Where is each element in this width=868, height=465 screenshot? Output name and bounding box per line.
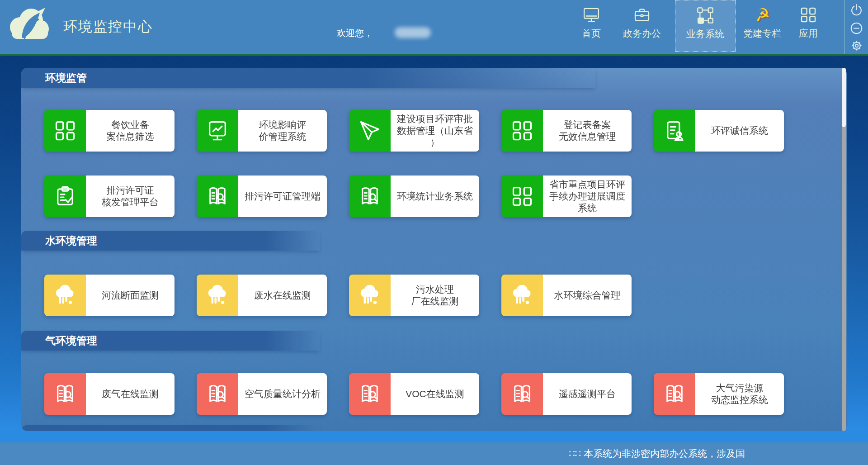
paper-plane-icon [349, 110, 391, 152]
marquee-notice: ∷∷ 本系统为非涉密内部办公系统，涉及国 [569, 442, 745, 465]
tile-label: 环境影响评 价管理系统 [238, 110, 327, 152]
app-tile[interactable]: 污水处理 厂在线监测 [349, 275, 479, 316]
window-controls [844, 0, 868, 54]
app-tile[interactable]: 遥感遥测平台 [501, 373, 632, 415]
app-tile[interactable]: 建设项目环评审批 数据管理（山东省 ） [349, 110, 479, 152]
nav-label: 首页 [582, 27, 601, 40]
app-tile[interactable]: 水环境综合管理 [501, 275, 632, 316]
book-search-icon [197, 176, 238, 217]
app-grid-icon [799, 6, 817, 24]
power-icon[interactable] [849, 3, 864, 18]
water-emission-icon [44, 275, 86, 316]
tile-label: 排污许可证管理端 [238, 176, 327, 217]
header-bar: 环境监控中心 欢迎您， 首页 政务办公 业务系统 ☭ 党建专栏 应用 [0, 0, 868, 56]
app-tile[interactable]: 河流断面监测 [44, 275, 175, 316]
tile-label: 省市重点项目环评 手续办理进展调度 系统 [543, 176, 632, 217]
nav-label: 政务办公 [623, 27, 661, 40]
water-emission-icon [349, 275, 391, 316]
party-emblem-icon: ☭ [753, 5, 771, 25]
briefcase-icon [633, 6, 651, 24]
nav-item-apps[interactable]: 应用 [789, 0, 827, 52]
section-band-air: 气环境管理 [21, 331, 320, 351]
nav-label: 党建专栏 [743, 27, 781, 40]
book-search-icon [197, 373, 238, 415]
nav-item-business-systems[interactable]: 业务系统 [675, 0, 736, 52]
vertical-scrollbar[interactable] [842, 68, 846, 431]
app-tile[interactable]: 废气在线监测 [44, 373, 175, 415]
content-panel: 环境监管 餐饮业备 案信息筛选 环境影响评 价管理系统 建设项目环评审批 数据管… [21, 68, 847, 431]
nav-item-gov-office[interactable]: 政务办公 [615, 0, 669, 52]
section-title: 环境监管 [45, 68, 595, 88]
water-emission-icon [197, 275, 238, 316]
tile-label: 河流断面监测 [86, 275, 175, 316]
grid-icon [501, 176, 543, 217]
chart-board-icon [197, 110, 238, 152]
book-search-icon [654, 373, 695, 415]
app-tile[interactable]: 环境统计业务系统 [349, 176, 479, 217]
section-band-water: 水环境管理 [21, 231, 320, 251]
blurred-username [395, 27, 431, 38]
section-title: 气环境管理 [45, 331, 320, 351]
tile-label: 登记表备案 无效信息管理 [543, 110, 632, 152]
app-tile[interactable]: 登记表备案 无效信息管理 [501, 110, 632, 152]
app-tile[interactable]: 省市重点项目环评 手续办理进展调度 系统 [501, 176, 632, 217]
tile-label: 污水处理 厂在线监测 [391, 275, 479, 316]
grid-icon [501, 110, 543, 152]
app-logo-cloud-leaf-icon [6, 5, 50, 41]
app-tile[interactable]: 大气污染源 动态监控系统 [654, 373, 784, 415]
nav-item-home[interactable]: 首页 [569, 0, 614, 52]
page-title: 环境监控中心 [63, 17, 153, 36]
app-tile[interactable]: VOC在线监测 [349, 373, 479, 415]
book-search-icon [349, 373, 391, 415]
app-tile[interactable]: 排污许可证 核发管理平台 [44, 176, 175, 217]
nav-label: 业务系统 [686, 28, 724, 40]
app-tile[interactable]: 环境影响评 价管理系统 [197, 110, 327, 152]
section-band-env-supervision: 环境监管 [21, 68, 595, 88]
water-emission-icon [501, 275, 543, 316]
tile-label: 空气质量统计分析 [238, 373, 327, 415]
section-title: 水环境管理 [45, 231, 320, 251]
app-tile[interactable]: 空气质量统计分析 [197, 373, 327, 415]
app-tile[interactable]: 废水在线监测 [197, 275, 327, 316]
clipboard-check-icon [44, 176, 86, 217]
tile-label: 大气污染源 动态监控系统 [695, 373, 784, 415]
tile-label: 废水在线监测 [238, 275, 327, 316]
tile-label: 建设项目环评审批 数据管理（山东省 ） [391, 110, 479, 152]
doc-person-icon [654, 110, 695, 152]
tile-label: 水环境综合管理 [543, 275, 632, 316]
scrollbar-thumb[interactable] [842, 68, 846, 127]
tile-label: 环境统计业务系统 [391, 176, 479, 217]
welcome-label: 欢迎您， [337, 27, 373, 39]
section-band-partial [21, 425, 320, 431]
nav-item-party-building[interactable]: ☭ 党建专栏 [737, 0, 788, 52]
nav-label: 应用 [799, 27, 818, 40]
grid-icon [44, 110, 86, 152]
tile-label: 环评诚信系统 [695, 110, 784, 152]
tile-label: 废气在线监测 [86, 373, 175, 415]
app-tile[interactable]: 排污许可证管理端 [197, 176, 327, 217]
status-bar: ∷∷ 本系统为非涉密内部办公系统，涉及国 [0, 442, 868, 465]
monitor-icon [582, 6, 600, 24]
book-search-icon [501, 373, 543, 415]
nodes-icon [696, 6, 714, 24]
tile-label: 遥感遥测平台 [543, 373, 632, 415]
tile-label: 排污许可证 核发管理平台 [86, 176, 175, 217]
app-tile[interactable]: 餐饮业备 案信息筛选 [44, 110, 175, 152]
tile-label: 餐饮业备 案信息筛选 [86, 110, 175, 152]
minimize-icon[interactable] [849, 21, 864, 36]
book-search-icon [349, 176, 391, 217]
app-tile[interactable]: 环评诚信系统 [654, 110, 784, 152]
book-search-icon [44, 373, 86, 415]
gear-icon[interactable] [850, 39, 863, 52]
tile-label: VOC在线监测 [391, 373, 479, 415]
